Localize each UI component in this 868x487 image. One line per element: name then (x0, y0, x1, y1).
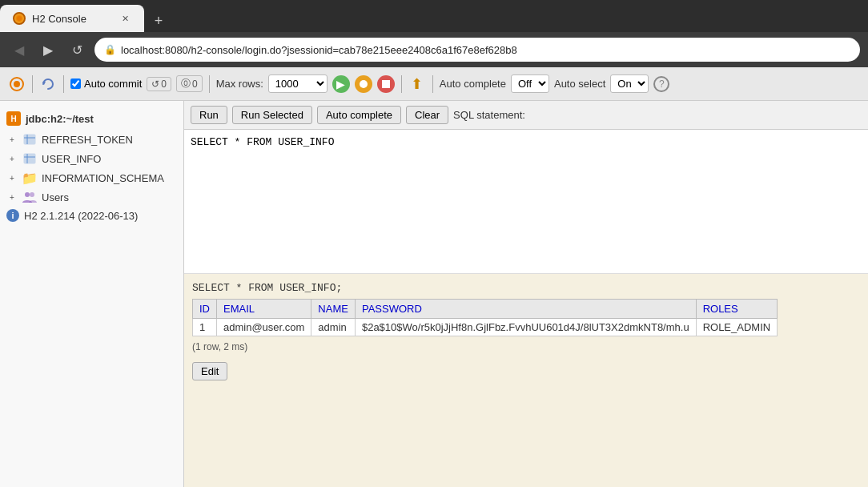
sidebar: H jdbc:h2:~/test + REFRESH_TOKEN (0, 101, 184, 487)
tab-close-button[interactable]: ✕ (119, 12, 131, 25)
results-sql: SELECT * FROM USER_INFO; (184, 274, 868, 299)
refresh-tree-icon[interactable] (39, 75, 57, 93)
refresh-button[interactable]: ↺ (66, 38, 88, 61)
col-header-name[interactable]: NAME (311, 300, 356, 319)
table-icon-user-info (22, 151, 37, 166)
new-tab-button[interactable]: + (147, 10, 170, 32)
browser-window: H2 Console ✕ + ◀ ▶ ↺ 🔒 localhost:8080/h2… (0, 0, 868, 487)
tab-bar: H2 Console ✕ + (0, 0, 868, 32)
sql-toolbar: Run Run Selected Auto complete Clear SQL… (184, 101, 868, 130)
auto-commit-text: Auto commit (84, 78, 142, 90)
svg-rect-8 (24, 154, 35, 163)
sidebar-item-user-info[interactable]: + USER_INFO (0, 149, 183, 168)
history-badge-1[interactable]: ↺ 0 (147, 77, 171, 91)
run-button[interactable]: Run (191, 106, 227, 124)
tab-title: H2 Console (32, 13, 86, 25)
svg-point-1 (14, 81, 20, 87)
version-label: H2 2.1.214 (2022-06-13) (24, 210, 138, 222)
sidebar-item-information-schema[interactable]: + 📁 INFORMATION_SCHEMA (0, 168, 183, 187)
svg-rect-4 (382, 80, 390, 88)
sidebar-item-version: i H2 2.1.214 (2022-06-13) (0, 207, 183, 224)
history-icon-1: ↺ (151, 78, 159, 90)
col-header-email[interactable]: EMAIL (217, 300, 311, 319)
auto-select-label: Auto select (554, 78, 605, 90)
help-icon[interactable]: ? (653, 76, 669, 92)
col-header-password[interactable]: PASSWORD (355, 300, 696, 319)
svg-point-12 (30, 192, 34, 197)
sidebar-item-label-users: Users (42, 191, 69, 203)
sql-editor[interactable]: SELECT * FROM USER_INFO (184, 130, 868, 274)
sidebar-connection[interactable]: H jdbc:h2:~/test (0, 107, 183, 130)
url-text: localhost:8080/h2-console/login.do?jsess… (121, 44, 850, 56)
auto-complete-button[interactable]: Auto complete (317, 106, 401, 124)
auto-commit-checkbox[interactable] (70, 78, 81, 89)
cell-password: $2a$10$Wo/r5k0jJjHf8n.GjlFbz.FvvhUU601d4… (355, 319, 696, 336)
tab-favicon (13, 12, 26, 25)
connection-label: jdbc:h2:~/test (26, 113, 94, 125)
divider-5 (432, 75, 433, 93)
divider-2 (63, 75, 64, 93)
forward-button[interactable]: ▶ (37, 38, 59, 61)
divider-4 (401, 75, 402, 93)
stop-icon-button[interactable] (355, 75, 372, 93)
info-icon: i (6, 209, 19, 222)
results-meta: (1 row, 2 ms) (184, 336, 868, 357)
results-area: SELECT * FROM USER_INFO; ID EMAIL NAME P… (184, 274, 868, 487)
main-layout: H jdbc:h2:~/test + REFRESH_TOKEN (0, 101, 868, 487)
sidebar-item-refresh-token[interactable]: + REFRESH_TOKEN (0, 130, 183, 149)
sidebar-item-users[interactable]: + Users (0, 187, 183, 207)
history-icon-2: ⓪ (181, 77, 191, 91)
expand-refresh-token-icon[interactable]: + (6, 134, 18, 145)
results-table: ID EMAIL NAME PASSWORD ROLES 1 admin@use… (192, 299, 778, 336)
sidebar-item-label-user-info: USER_INFO (42, 153, 101, 165)
auto-complete-select[interactable]: Off On (511, 74, 549, 93)
auto-select-select[interactable]: On Off (610, 74, 649, 93)
app-content: Auto commit ↺ 0 ⓪ 0 Max rows: 1000 10000… (0, 67, 868, 487)
clear-icon-button[interactable] (377, 75, 395, 93)
clear-button[interactable]: Clear (406, 106, 448, 124)
svg-point-3 (360, 80, 368, 88)
cell-email: admin@user.com (217, 319, 311, 336)
group-icon-users (22, 190, 37, 204)
history-badge-2[interactable]: ⓪ 0 (176, 75, 203, 92)
expand-user-info-icon[interactable]: + (6, 153, 18, 164)
expand-users-icon[interactable]: + (6, 191, 18, 203)
cell-roles: ROLE_ADMIN (696, 319, 778, 336)
divider-3 (209, 75, 210, 93)
run-selected-button[interactable]: Run Selected (232, 106, 312, 124)
svg-point-11 (25, 192, 30, 197)
cell-id: 1 (193, 319, 217, 336)
sidebar-item-label-refresh-token: REFRESH_TOKEN (42, 134, 133, 146)
auto-commit-label[interactable]: Auto commit (70, 78, 142, 90)
table-row: 1 admin@user.com admin $2a$10$Wo/r5k0jJj… (193, 319, 778, 336)
col-header-id[interactable]: ID (193, 300, 217, 319)
export-icon[interactable]: ⬆ (408, 75, 426, 93)
max-rows-select[interactable]: 1000 10000 100000 (268, 74, 328, 93)
col-header-roles[interactable]: ROLES (696, 300, 778, 319)
edit-button[interactable]: Edit (192, 362, 227, 380)
auto-complete-label: Auto complete (440, 78, 506, 90)
sql-statement-label: SQL statement: (453, 109, 525, 121)
disconnect-icon[interactable] (8, 75, 26, 93)
address-bar-row: ◀ ▶ ↺ 🔒 localhost:8080/h2-console/login.… (0, 32, 868, 67)
address-bar[interactable]: 🔒 localhost:8080/h2-console/login.do?jse… (94, 38, 860, 62)
connection-icon: H (6, 111, 21, 126)
folder-icon-information-schema: 📁 (22, 171, 37, 185)
expand-info-schema-icon[interactable]: + (6, 172, 18, 183)
toolbar: Auto commit ↺ 0 ⓪ 0 Max rows: 1000 10000… (0, 67, 868, 101)
back-button[interactable]: ◀ (8, 38, 30, 61)
svg-rect-5 (24, 135, 35, 144)
content-area: Run Run Selected Auto complete Clear SQL… (184, 101, 868, 487)
run-icon-button[interactable]: ▶ (332, 75, 350, 93)
sidebar-item-label-information-schema: INFORMATION_SCHEMA (42, 172, 164, 184)
active-tab[interactable]: H2 Console ✕ (0, 5, 144, 32)
max-rows-label: Max rows: (216, 78, 263, 90)
cell-name: admin (311, 319, 356, 336)
table-icon-refresh-token (22, 132, 37, 147)
lock-icon: 🔒 (104, 44, 116, 55)
divider-1 (32, 75, 33, 93)
